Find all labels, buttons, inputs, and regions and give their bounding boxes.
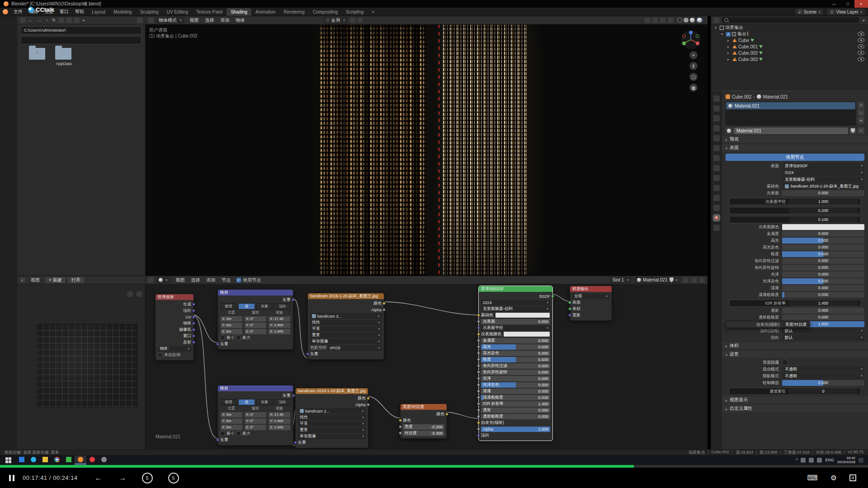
property-widget[interactable]: 克里斯滕森-伯利: [782, 177, 864, 183]
properties-tab-icon[interactable]: [713, 95, 720, 102]
taskbar-app-icon[interactable]: [51, 455, 63, 465]
add-slot-button[interactable]: [858, 102, 864, 108]
input-socket[interactable]: [399, 425, 402, 428]
output-socket[interactable]: [192, 334, 195, 338]
unlink-icon[interactable]: [362, 409, 364, 413]
mapping-value[interactable]: Z: 1.000: [269, 425, 290, 430]
properties-tab-icon[interactable]: [713, 205, 720, 211]
shader-menu-item[interactable]: 选择: [188, 277, 203, 283]
input-socket[interactable]: [216, 343, 219, 346]
move-view-icon[interactable]: ⇕: [689, 62, 698, 70]
property-widget[interactable]: [782, 224, 864, 230]
output-socket[interactable]: [292, 298, 295, 301]
mapping-value[interactable]: Z: 0m: [221, 329, 242, 334]
property-widget[interactable]: 0.500: [782, 238, 864, 244]
taskbar-app-icon[interactable]: [86, 455, 98, 465]
shading-material-icon[interactable]: [690, 18, 695, 23]
start-button[interactable]: [5, 457, 11, 463]
use-nodes-checkbox[interactable]: [236, 278, 241, 282]
material-name-field[interactable]: Material.021: [734, 127, 848, 134]
node-header[interactable]: bandicam 2019-1-20-副本_看图王.jpg: [308, 293, 384, 299]
properties-tab-icon[interactable]: [713, 105, 720, 112]
image-option-dropdown[interactable]: 平直: [310, 326, 382, 332]
transform-orientation-dropdown[interactable]: 全局: [323, 17, 348, 23]
breadcrumb-object[interactable]: Cube.002: [732, 94, 751, 99]
workspace-tab[interactable]: Texture Paint: [192, 8, 226, 16]
taskbar-app-icon[interactable]: [16, 455, 28, 465]
expand-icon[interactable]: ▾: [715, 26, 718, 30]
mapping-value[interactable]: Z: 0°: [245, 425, 266, 430]
property-widget[interactable]: 0.000: [782, 265, 864, 271]
camera-view-icon[interactable]: ▢: [689, 73, 698, 81]
expand-icon[interactable]: ▸: [727, 45, 731, 49]
node-widget[interactable]: 金属度 0.000: [481, 338, 550, 343]
mapping-type-button[interactable]: 点: [238, 303, 255, 310]
next-button[interactable]: →: [119, 474, 127, 482]
back-icon[interactable]: ←: [28, 18, 34, 23]
property-widget[interactable]: 0.500: [782, 278, 864, 284]
mapping-type-button[interactable]: 法向: [274, 399, 291, 405]
pause-button[interactable]: [9, 475, 14, 481]
node-widget[interactable]: 高光染色 0.000: [481, 351, 550, 356]
input-socket[interactable]: [568, 314, 571, 317]
breadcrumb-material[interactable]: Material.021: [763, 94, 788, 99]
max-checkbox[interactable]: [236, 335, 241, 340]
display-settings-icon[interactable]: [137, 18, 142, 23]
shading-solid-icon[interactable]: [684, 18, 689, 23]
property-widget[interactable]: 0.000: [782, 314, 864, 320]
input-socket[interactable]: [477, 364, 480, 367]
node-header[interactable]: 映射: [218, 385, 293, 391]
mapping-value[interactable]: Y: 0m: [221, 323, 242, 328]
properties-tab-icon[interactable]: [713, 225, 720, 231]
visibility-eye-icon[interactable]: [858, 57, 864, 61]
expand-icon[interactable]: ▸: [727, 51, 731, 55]
node-widget[interactable]: 清漆 0.000: [481, 389, 550, 394]
node-widget[interactable]: 清漆粗糙度 0.030: [481, 395, 550, 400]
remove-slot-button[interactable]: [858, 109, 864, 116]
input-socket[interactable]: [477, 345, 480, 348]
object-selector[interactable]: 物体:: [158, 346, 191, 352]
previous-button[interactable]: ←: [95, 474, 102, 482]
property-widget[interactable]: 0.000: [782, 308, 864, 314]
unlink-icon[interactable]: [675, 277, 678, 282]
visibility-eye-icon[interactable]: [858, 44, 864, 49]
properties-tab-icon[interactable]: [713, 125, 720, 131]
node-widget[interactable]: IOR 折射率 1.450: [481, 401, 550, 407]
refresh-icon[interactable]: ↻: [51, 18, 57, 23]
outliner-row[interactable]: ▸ Cube.003: [711, 56, 868, 62]
workspace-tab[interactable]: Layout: [88, 8, 109, 16]
node-widget[interactable]: 次表面颜色: [481, 332, 550, 337]
input-socket[interactable]: [306, 352, 309, 356]
mapping-value[interactable]: Z: 0°: [245, 329, 266, 334]
taskbar-app-icon[interactable]: [98, 455, 110, 465]
input-socket[interactable]: [399, 432, 402, 435]
input-socket[interactable]: [216, 438, 219, 441]
output-socket[interactable]: [367, 397, 370, 400]
navigation-gizmo[interactable]: [680, 29, 701, 50]
input-socket[interactable]: [477, 389, 480, 393]
color-swatch[interactable]: [503, 331, 550, 337]
taskbar-app-icon[interactable]: [75, 455, 86, 465]
view-list-icon[interactable]: [59, 18, 64, 23]
xray-toggle-icon[interactable]: [668, 18, 673, 23]
mapping-value[interactable]: X: 0m: [221, 412, 242, 418]
rewind-5s-button[interactable]: 5: [142, 473, 153, 483]
property-widget[interactable]: 不透明: [782, 366, 864, 372]
node-widget[interactable]: 次表面 0.000: [481, 319, 550, 324]
forward-icon[interactable]: →: [36, 18, 42, 23]
node-widget[interactable]: 光泽染色 0.500: [481, 382, 550, 388]
output-socket[interactable]: [192, 303, 195, 306]
editor-type-icon[interactable]: [148, 277, 154, 283]
property-widget[interactable]: bandicam 2019-1-20-副本_看图王.jpg: [782, 183, 864, 189]
image-datablock[interactable]: bandicam 2...: [310, 313, 382, 319]
overlays-icon[interactable]: [699, 277, 705, 283]
input-socket[interactable]: [477, 377, 480, 380]
editor-type-icon[interactable]: [20, 18, 25, 23]
properties-tab-icon[interactable]: [713, 195, 720, 201]
workspace-tab[interactable]: Rendering: [280, 8, 309, 16]
output-socket[interactable]: [192, 322, 195, 325]
snap-magnet-icon[interactable]: [350, 18, 355, 23]
overlays-toggle-icon[interactable]: [660, 18, 665, 23]
notification-icon[interactable]: [859, 458, 863, 463]
output-target-dropdown[interactable]: 全部: [572, 294, 609, 299]
